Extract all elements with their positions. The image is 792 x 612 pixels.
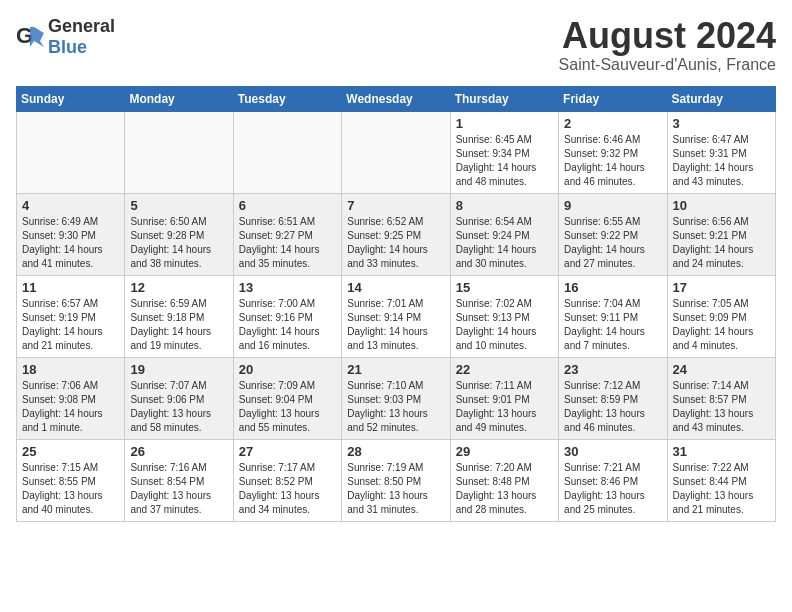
calendar-cell: 10Sunrise: 6:56 AM Sunset: 9:21 PM Dayli… — [667, 193, 775, 275]
day-number: 3 — [673, 116, 770, 131]
logo-blue-text: Blue — [48, 37, 87, 57]
day-number: 10 — [673, 198, 770, 213]
day-number: 25 — [22, 444, 119, 459]
day-number: 12 — [130, 280, 227, 295]
calendar-cell: 28Sunrise: 7:19 AM Sunset: 8:50 PM Dayli… — [342, 439, 450, 521]
day-info: Sunrise: 7:19 AM Sunset: 8:50 PM Dayligh… — [347, 461, 444, 517]
calendar-cell: 1Sunrise: 6:45 AM Sunset: 9:34 PM Daylig… — [450, 111, 558, 193]
day-number: 14 — [347, 280, 444, 295]
calendar-cell: 12Sunrise: 6:59 AM Sunset: 9:18 PM Dayli… — [125, 275, 233, 357]
day-info: Sunrise: 6:57 AM Sunset: 9:19 PM Dayligh… — [22, 297, 119, 353]
calendar-cell: 18Sunrise: 7:06 AM Sunset: 9:08 PM Dayli… — [17, 357, 125, 439]
day-info: Sunrise: 7:05 AM Sunset: 9:09 PM Dayligh… — [673, 297, 770, 353]
day-info: Sunrise: 6:55 AM Sunset: 9:22 PM Dayligh… — [564, 215, 661, 271]
calendar-cell: 27Sunrise: 7:17 AM Sunset: 8:52 PM Dayli… — [233, 439, 341, 521]
header-day-saturday: Saturday — [667, 86, 775, 111]
header-day-tuesday: Tuesday — [233, 86, 341, 111]
calendar-cell: 19Sunrise: 7:07 AM Sunset: 9:06 PM Dayli… — [125, 357, 233, 439]
day-info: Sunrise: 7:02 AM Sunset: 9:13 PM Dayligh… — [456, 297, 553, 353]
header-day-monday: Monday — [125, 86, 233, 111]
calendar-cell: 25Sunrise: 7:15 AM Sunset: 8:55 PM Dayli… — [17, 439, 125, 521]
title-area: August 2024 Saint-Sauveur-d'Aunis, Franc… — [559, 16, 776, 74]
day-info: Sunrise: 6:54 AM Sunset: 9:24 PM Dayligh… — [456, 215, 553, 271]
day-info: Sunrise: 7:09 AM Sunset: 9:04 PM Dayligh… — [239, 379, 336, 435]
day-number: 29 — [456, 444, 553, 459]
day-info: Sunrise: 6:46 AM Sunset: 9:32 PM Dayligh… — [564, 133, 661, 189]
logo-general-text: General — [48, 16, 115, 36]
day-info: Sunrise: 7:10 AM Sunset: 9:03 PM Dayligh… — [347, 379, 444, 435]
day-number: 19 — [130, 362, 227, 377]
calendar-cell: 6Sunrise: 6:51 AM Sunset: 9:27 PM Daylig… — [233, 193, 341, 275]
day-info: Sunrise: 7:06 AM Sunset: 9:08 PM Dayligh… — [22, 379, 119, 435]
day-number: 9 — [564, 198, 661, 213]
day-number: 17 — [673, 280, 770, 295]
day-info: Sunrise: 7:07 AM Sunset: 9:06 PM Dayligh… — [130, 379, 227, 435]
day-info: Sunrise: 6:50 AM Sunset: 9:28 PM Dayligh… — [130, 215, 227, 271]
day-info: Sunrise: 7:01 AM Sunset: 9:14 PM Dayligh… — [347, 297, 444, 353]
calendar-cell — [342, 111, 450, 193]
calendar-cell: 11Sunrise: 6:57 AM Sunset: 9:19 PM Dayli… — [17, 275, 125, 357]
logo: G General Blue — [16, 16, 115, 58]
day-number: 24 — [673, 362, 770, 377]
calendar-cell — [125, 111, 233, 193]
day-info: Sunrise: 7:21 AM Sunset: 8:46 PM Dayligh… — [564, 461, 661, 517]
day-number: 20 — [239, 362, 336, 377]
day-info: Sunrise: 7:14 AM Sunset: 8:57 PM Dayligh… — [673, 379, 770, 435]
day-number: 2 — [564, 116, 661, 131]
day-number: 7 — [347, 198, 444, 213]
calendar-cell: 29Sunrise: 7:20 AM Sunset: 8:48 PM Dayli… — [450, 439, 558, 521]
location-subtitle: Saint-Sauveur-d'Aunis, France — [559, 56, 776, 74]
day-info: Sunrise: 7:12 AM Sunset: 8:59 PM Dayligh… — [564, 379, 661, 435]
header-day-sunday: Sunday — [17, 86, 125, 111]
calendar-cell — [17, 111, 125, 193]
day-info: Sunrise: 6:51 AM Sunset: 9:27 PM Dayligh… — [239, 215, 336, 271]
logo-icon: G — [16, 23, 44, 51]
day-info: Sunrise: 7:17 AM Sunset: 8:52 PM Dayligh… — [239, 461, 336, 517]
day-number: 26 — [130, 444, 227, 459]
day-info: Sunrise: 7:11 AM Sunset: 9:01 PM Dayligh… — [456, 379, 553, 435]
month-year-title: August 2024 — [559, 16, 776, 56]
day-number: 27 — [239, 444, 336, 459]
calendar-cell: 7Sunrise: 6:52 AM Sunset: 9:25 PM Daylig… — [342, 193, 450, 275]
calendar-cell: 8Sunrise: 6:54 AM Sunset: 9:24 PM Daylig… — [450, 193, 558, 275]
day-number: 21 — [347, 362, 444, 377]
day-info: Sunrise: 6:59 AM Sunset: 9:18 PM Dayligh… — [130, 297, 227, 353]
calendar-cell: 4Sunrise: 6:49 AM Sunset: 9:30 PM Daylig… — [17, 193, 125, 275]
day-info: Sunrise: 7:00 AM Sunset: 9:16 PM Dayligh… — [239, 297, 336, 353]
calendar-cell: 24Sunrise: 7:14 AM Sunset: 8:57 PM Dayli… — [667, 357, 775, 439]
day-number: 8 — [456, 198, 553, 213]
calendar-week-row: 11Sunrise: 6:57 AM Sunset: 9:19 PM Dayli… — [17, 275, 776, 357]
day-number: 23 — [564, 362, 661, 377]
day-number: 5 — [130, 198, 227, 213]
day-number: 13 — [239, 280, 336, 295]
calendar-week-row: 1Sunrise: 6:45 AM Sunset: 9:34 PM Daylig… — [17, 111, 776, 193]
calendar-cell: 2Sunrise: 6:46 AM Sunset: 9:32 PM Daylig… — [559, 111, 667, 193]
day-info: Sunrise: 6:49 AM Sunset: 9:30 PM Dayligh… — [22, 215, 119, 271]
calendar-cell: 13Sunrise: 7:00 AM Sunset: 9:16 PM Dayli… — [233, 275, 341, 357]
day-info: Sunrise: 6:52 AM Sunset: 9:25 PM Dayligh… — [347, 215, 444, 271]
header-day-friday: Friday — [559, 86, 667, 111]
day-number: 15 — [456, 280, 553, 295]
header-day-thursday: Thursday — [450, 86, 558, 111]
day-info: Sunrise: 7:16 AM Sunset: 8:54 PM Dayligh… — [130, 461, 227, 517]
calendar-week-row: 4Sunrise: 6:49 AM Sunset: 9:30 PM Daylig… — [17, 193, 776, 275]
day-number: 30 — [564, 444, 661, 459]
calendar-cell: 22Sunrise: 7:11 AM Sunset: 9:01 PM Dayli… — [450, 357, 558, 439]
calendar-header-row: SundayMondayTuesdayWednesdayThursdayFrid… — [17, 86, 776, 111]
day-number: 28 — [347, 444, 444, 459]
calendar-week-row: 18Sunrise: 7:06 AM Sunset: 9:08 PM Dayli… — [17, 357, 776, 439]
calendar-cell: 31Sunrise: 7:22 AM Sunset: 8:44 PM Dayli… — [667, 439, 775, 521]
day-info: Sunrise: 7:22 AM Sunset: 8:44 PM Dayligh… — [673, 461, 770, 517]
day-number: 16 — [564, 280, 661, 295]
day-number: 4 — [22, 198, 119, 213]
calendar-cell: 3Sunrise: 6:47 AM Sunset: 9:31 PM Daylig… — [667, 111, 775, 193]
calendar-cell: 23Sunrise: 7:12 AM Sunset: 8:59 PM Dayli… — [559, 357, 667, 439]
calendar-cell: 21Sunrise: 7:10 AM Sunset: 9:03 PM Dayli… — [342, 357, 450, 439]
day-number: 31 — [673, 444, 770, 459]
calendar-cell: 15Sunrise: 7:02 AM Sunset: 9:13 PM Dayli… — [450, 275, 558, 357]
calendar-cell: 30Sunrise: 7:21 AM Sunset: 8:46 PM Dayli… — [559, 439, 667, 521]
calendar-cell: 5Sunrise: 6:50 AM Sunset: 9:28 PM Daylig… — [125, 193, 233, 275]
day-info: Sunrise: 7:04 AM Sunset: 9:11 PM Dayligh… — [564, 297, 661, 353]
calendar-cell: 20Sunrise: 7:09 AM Sunset: 9:04 PM Dayli… — [233, 357, 341, 439]
calendar-cell: 17Sunrise: 7:05 AM Sunset: 9:09 PM Dayli… — [667, 275, 775, 357]
